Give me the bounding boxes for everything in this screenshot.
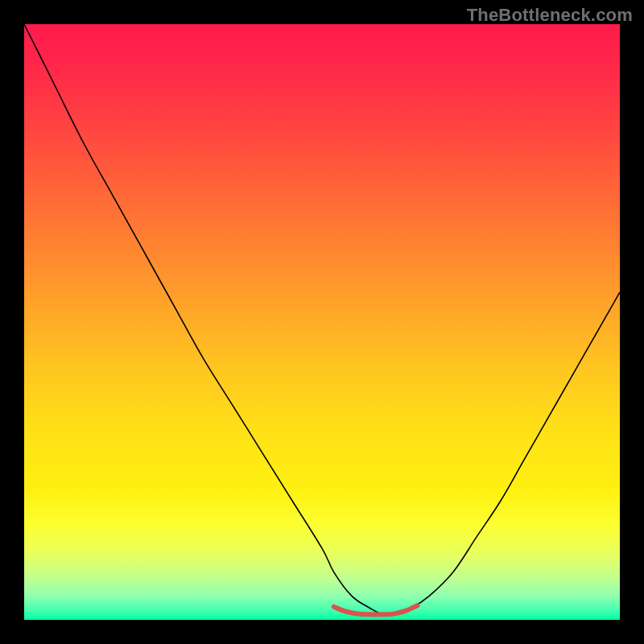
watermark-text: TheBottleneck.com [467,5,633,26]
optimal-zone-curve [334,605,418,614]
bottleneck-curve [24,24,620,615]
chart-svg [24,24,620,620]
plot-area [24,24,620,620]
chart-container: TheBottleneck.com [0,0,644,644]
